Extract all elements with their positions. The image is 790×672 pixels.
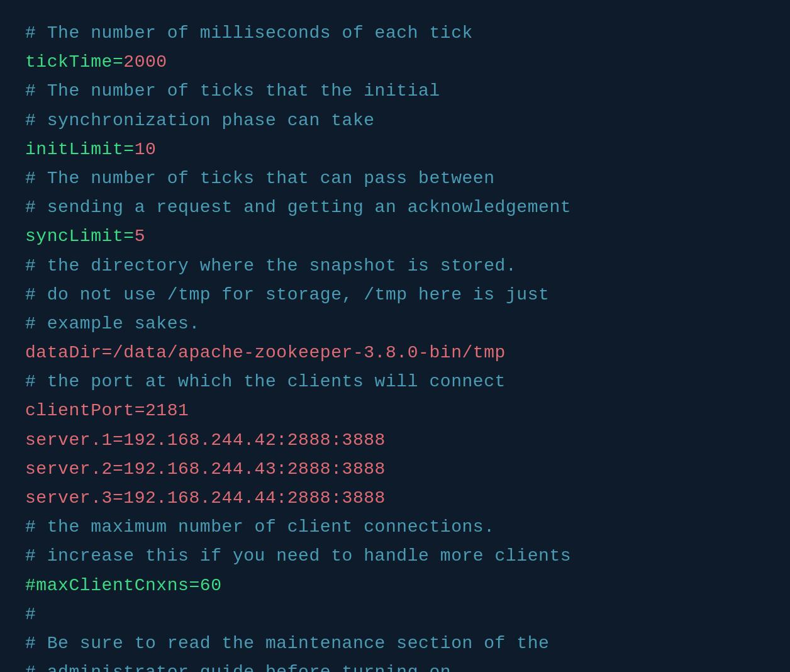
code-line: clientPort=2181 xyxy=(25,396,765,425)
code-line: # synchronization phase can take xyxy=(25,106,765,135)
code-line: #maxClientCnxns=60 xyxy=(25,571,765,600)
code-line: # increase this if you need to handle mo… xyxy=(25,542,765,571)
code-line: # the port at which the clients will con… xyxy=(25,367,765,396)
code-line: initLimit=10 xyxy=(25,135,765,164)
code-line: # The number of ticks that can pass betw… xyxy=(25,164,765,193)
code-line: syncLimit=5 xyxy=(25,222,765,251)
code-line: # the maximum number of client connectio… xyxy=(25,513,765,542)
code-line: # Be sure to read the maintenance sectio… xyxy=(25,629,765,658)
code-editor: # The number of milliseconds of each tic… xyxy=(0,0,790,672)
code-line: tickTime=2000 xyxy=(25,48,765,77)
code-line: # The number of ticks that the initial xyxy=(25,77,765,106)
code-line: server.2=192.168.244.43:2888:3888 xyxy=(25,455,765,484)
code-line: dataDir=/data/apache-zookeeper-3.8.0-bin… xyxy=(25,339,765,367)
code-line: # administrator guide before turning on xyxy=(25,658,765,672)
code-line: server.1=192.168.244.42:2888:3888 xyxy=(25,426,765,455)
code-line: server.3=192.168.244.44:2888:3888 xyxy=(25,484,765,513)
code-line: # example sakes. xyxy=(25,310,765,339)
code-line: # xyxy=(25,600,765,629)
code-content: # The number of milliseconds of each tic… xyxy=(25,19,765,672)
code-line: # The number of milliseconds of each tic… xyxy=(25,19,765,48)
code-line: # the directory where the snapshot is st… xyxy=(25,252,765,281)
code-line: # do not use /tmp for storage, /tmp here… xyxy=(25,281,765,310)
code-line: # sending a request and getting an ackno… xyxy=(25,193,765,222)
